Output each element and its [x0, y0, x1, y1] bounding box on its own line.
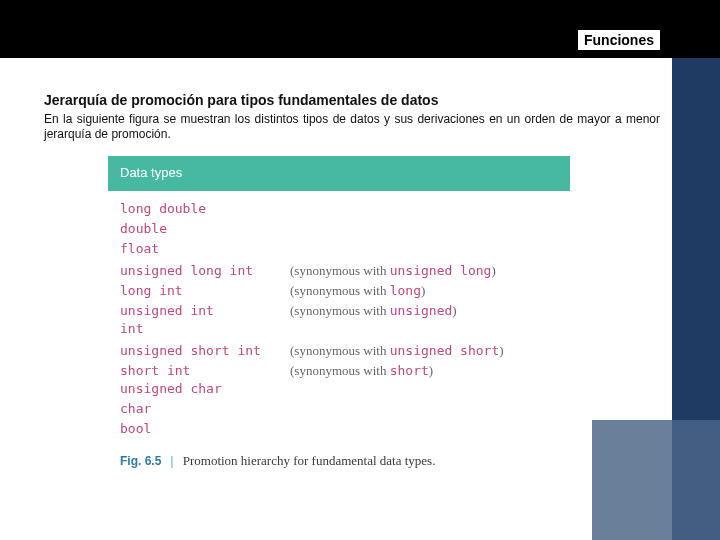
caption-text: Promotion hierarchy for fundamental data…: [183, 453, 436, 468]
type-keyword: int: [120, 321, 290, 336]
type-alt: (synonymous with short): [290, 361, 558, 379]
type-keyword: unsigned long int: [120, 263, 290, 278]
type-alt: (synonymous with unsigned short): [290, 341, 558, 359]
content-area: Jerarquía de promoción para tipos fundam…: [44, 92, 660, 479]
figure-box: Data types long double double float unsi…: [108, 156, 570, 479]
type-keyword: unsigned char: [120, 381, 290, 396]
type-keyword: long int: [120, 283, 290, 298]
page-header-title: Funciones: [578, 30, 660, 50]
type-keyword: short int: [120, 363, 290, 378]
type-row: float: [120, 241, 558, 261]
section-title: Jerarquía de promoción para tipos fundam…: [44, 92, 660, 108]
type-alt: (synonymous with long): [290, 281, 558, 299]
type-row: int: [120, 321, 558, 341]
figure-body: long double double float unsigned long i…: [108, 191, 570, 447]
type-row: char: [120, 401, 558, 421]
type-row: unsigned long int(synonymous with unsign…: [120, 261, 558, 281]
type-row: long double: [120, 201, 558, 221]
figure-number: Fig. 6.5: [120, 454, 161, 468]
type-row: long int(synonymous with long): [120, 281, 558, 301]
right-sidebar-overlap: [672, 420, 720, 540]
type-row: bool: [120, 421, 558, 441]
figure-caption: Fig. 6.5 | Promotion hierarchy for funda…: [108, 447, 570, 479]
type-row: short int(synonymous with short): [120, 361, 558, 381]
type-row: double: [120, 221, 558, 241]
type-keyword: bool: [120, 421, 290, 436]
section-body: En la siguiente figura se muestran los d…: [44, 112, 660, 142]
type-keyword: float: [120, 241, 290, 256]
type-keyword: char: [120, 401, 290, 416]
type-keyword: unsigned short int: [120, 343, 290, 358]
type-alt: (synonymous with unsigned long): [290, 261, 558, 279]
type-keyword: long double: [120, 201, 290, 216]
type-alt: (synonymous with unsigned): [290, 301, 558, 319]
type-row: unsigned char: [120, 381, 558, 401]
type-row: unsigned short int(synonymous with unsig…: [120, 341, 558, 361]
caption-separator-icon: |: [165, 453, 180, 468]
figure-header: Data types: [108, 156, 570, 191]
type-keyword: double: [120, 221, 290, 236]
type-row: unsigned int(synonymous with unsigned): [120, 301, 558, 321]
type-keyword: unsigned int: [120, 303, 290, 318]
